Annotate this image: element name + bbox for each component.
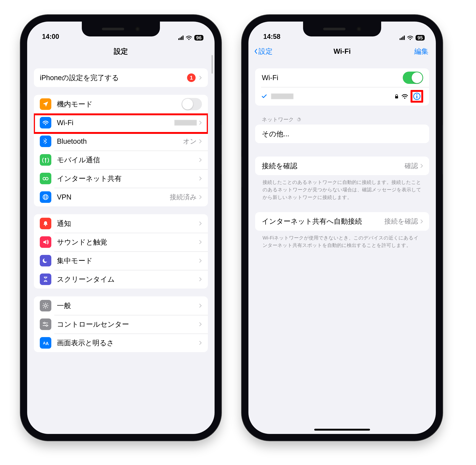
- row-sounds[interactable]: サウンドと触覚: [34, 233, 208, 251]
- row-screentime[interactable]: スクリーンタイム: [34, 270, 208, 289]
- chevron-right-icon: [199, 277, 202, 281]
- chevron-right-icon: [199, 240, 202, 244]
- sliders-icon: [40, 318, 51, 330]
- scroll-indicator[interactable]: [212, 55, 213, 74]
- row-detail: 確認: [405, 161, 418, 170]
- row-label: サウンドと触覚: [57, 237, 199, 247]
- row-wifi-toggle[interactable]: Wi-Fi: [255, 68, 429, 87]
- row-label: Bluetooth: [57, 137, 183, 145]
- section-header-networks: ネットワーク: [262, 116, 429, 123]
- wifi-signal-icon: [402, 94, 408, 99]
- row-notifications[interactable]: 通知: [34, 214, 208, 233]
- row-control-center[interactable]: コントロールセンター: [34, 315, 208, 334]
- status-time: 14:00: [42, 33, 59, 41]
- wifi-status-icon: [407, 35, 413, 40]
- row-label: モバイル通信: [57, 155, 199, 165]
- nav-back-button[interactable]: 設定: [254, 47, 273, 56]
- row-focus[interactable]: 集中モード: [34, 251, 208, 270]
- chevron-right-icon: [199, 121, 202, 125]
- chevron-right-icon: [199, 195, 202, 199]
- chevron-right-icon: [199, 176, 202, 180]
- row-label: 通知: [57, 219, 199, 228]
- chevron-right-icon: [199, 322, 202, 326]
- nav-edit-button[interactable]: 編集: [414, 47, 428, 56]
- battery-level: 95: [416, 35, 425, 41]
- nav-bar: 設定 Wi-Fi 編集: [248, 42, 436, 61]
- airplane-toggle[interactable]: [181, 98, 202, 110]
- row-cellular[interactable]: モバイル通信: [34, 151, 208, 169]
- row-detail: 接続済み: [170, 193, 197, 202]
- row-other-network[interactable]: その他...: [255, 125, 429, 143]
- footer-note-ask-to-join: 接続したことのあるネットワークに自動的に接続します。接続したことのあるネットワー…: [255, 175, 429, 201]
- network-name-blurred: [271, 94, 293, 99]
- row-label: 接続を確認: [262, 161, 405, 171]
- section-header-label: ネットワーク: [262, 116, 294, 123]
- notification-badge: 1: [187, 74, 196, 82]
- cell-signal-icon: [400, 35, 405, 40]
- home-indicator[interactable]: [314, 429, 370, 431]
- row-label: 画面表示と明るさ: [57, 338, 199, 348]
- bell-icon: [40, 218, 51, 229]
- row-wifi[interactable]: Wi-Fi: [34, 113, 208, 132]
- wifi-icon: [40, 117, 51, 128]
- screen-left: 14:00 96 設定 iPhoneの設定を完了する 1: [27, 21, 215, 434]
- row-label: スクリーンタイム: [57, 275, 199, 284]
- row-label: 集中モード: [57, 256, 199, 265]
- cell-signal-icon: [178, 35, 183, 40]
- chevron-right-icon: [199, 158, 202, 162]
- row-label: Wi-Fi: [262, 74, 403, 82]
- chevron-right-icon: [199, 259, 202, 263]
- nav-title: 設定: [114, 47, 128, 56]
- row-vpn[interactable]: VPN 接続済み: [34, 188, 208, 206]
- gear-icon: [40, 300, 51, 311]
- hourglass-icon: [40, 274, 51, 285]
- row-label: 機内モード: [57, 99, 181, 109]
- nav-bar: 設定: [27, 42, 215, 61]
- row-ask-to-join[interactable]: 接続を確認 確認: [255, 157, 429, 175]
- chevron-right-icon: [199, 76, 202, 80]
- phone-right: 14:58 95 設定 Wi-Fi 編集 Wi-Fi: [242, 15, 443, 441]
- annotation-highlight-info: [411, 90, 423, 103]
- nav-back-label: 設定: [258, 47, 273, 56]
- hotspot-icon: [40, 173, 51, 184]
- spinner-icon: [296, 117, 301, 122]
- row-current-network[interactable]: [255, 87, 429, 106]
- vpn-globe-icon: [40, 191, 51, 203]
- row-label: VPN: [57, 193, 170, 201]
- chevron-right-icon: [199, 222, 202, 225]
- speaker-icon: [40, 236, 51, 248]
- row-auto-hotspot[interactable]: インターネット共有へ自動接続 接続を確認: [255, 212, 429, 231]
- row-label: コントロールセンター: [57, 320, 199, 329]
- antenna-icon: [40, 154, 51, 166]
- bluetooth-icon: [40, 136, 51, 147]
- wifi-status-icon: [186, 35, 192, 40]
- row-label: その他...: [262, 129, 423, 139]
- row-label: インターネット共有へ自動接続: [262, 217, 362, 226]
- row-bluetooth[interactable]: Bluetooth オン: [34, 132, 208, 151]
- chevron-right-icon: [199, 139, 202, 143]
- footer-note-auto-hotspot: Wi-Fiネットワークが使用できないとき、このデバイスの近くにあるインターネット…: [255, 231, 429, 249]
- row-general[interactable]: 一般: [34, 296, 208, 315]
- chevron-right-icon: [420, 219, 423, 223]
- row-hotspot[interactable]: インターネット共有: [34, 169, 208, 188]
- row-label: インターネット共有: [57, 174, 199, 183]
- row-label: Wi-Fi: [57, 119, 174, 127]
- info-icon[interactable]: [413, 93, 421, 100]
- moon-icon: [40, 255, 51, 266]
- nav-title: Wi-Fi: [334, 47, 351, 55]
- chevron-right-icon: [199, 304, 202, 308]
- airplane-icon: [40, 98, 51, 110]
- chevron-right-icon: [199, 341, 202, 345]
- display-icon: [40, 337, 51, 349]
- row-airplane-mode[interactable]: 機内モード: [34, 95, 208, 113]
- screen-right: 14:58 95 設定 Wi-Fi 編集 Wi-Fi: [248, 21, 436, 434]
- row-detail: 接続を確認: [384, 217, 418, 226]
- chevron-back-icon: [254, 49, 258, 54]
- row-setup-iphone[interactable]: iPhoneの設定を完了する 1: [34, 68, 208, 87]
- wifi-toggle[interactable]: [403, 72, 423, 84]
- row-display[interactable]: 画面表示と明るさ: [34, 334, 208, 352]
- wifi-network-name-blurred: [174, 120, 197, 126]
- chevron-right-icon: [420, 164, 423, 168]
- battery-level: 96: [194, 35, 203, 41]
- phone-left: 14:00 96 設定 iPhoneの設定を完了する 1: [21, 15, 221, 441]
